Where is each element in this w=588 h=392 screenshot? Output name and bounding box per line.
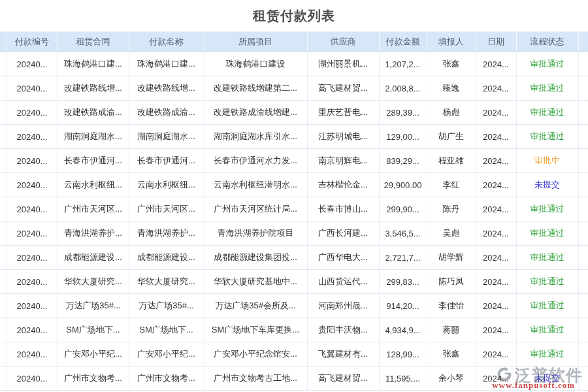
cell-contract[interactable]: SM广场地下... — [57, 318, 129, 342]
cell-payment-id[interactable]: 20240... — [7, 221, 57, 246]
table-row[interactable]: 20240... 改建铁路线增... 改建铁路线增... 改建铁路线增建第二..… — [0, 76, 588, 101]
cell-contract[interactable]: 长春市伊通河... — [57, 149, 129, 173]
cell-payment-name[interactable]: 云南水利枢纽... — [129, 173, 204, 197]
cell-supplier[interactable]: 湖州丽景机... — [307, 52, 379, 76]
table-row[interactable]: 20240... 广安邓小平纪... 广安邓小平纪... 广安邓小平纪念馆安..… — [0, 342, 588, 367]
cell-reporter[interactable]: 杨彪 — [427, 101, 476, 125]
cell-payment-name[interactable]: 华软大厦研究... — [129, 270, 204, 294]
cell-project[interactable]: 湖南洞庭湖水库引水... — [204, 125, 307, 149]
row-spacer-right — [578, 125, 588, 149]
cell-supplier[interactable]: 吉林楷伦金... — [307, 173, 379, 197]
cell-reporter[interactable]: 陈巧凤 — [427, 270, 476, 294]
cell-project[interactable]: 云南水利枢纽潜明水... — [204, 173, 307, 197]
cell-payment-name[interactable]: 湖南洞庭湖水... — [129, 125, 204, 149]
table-row[interactable]: 20240... 改建铁路成渝... 改建铁路成渝... 改建铁路成渝线增建..… — [0, 101, 588, 125]
cell-payment-name[interactable]: 万达广场35#... — [129, 294, 204, 318]
cell-payment-id[interactable]: 20240... — [7, 197, 57, 221]
cell-payment-name[interactable]: 成都能源建设... — [129, 246, 204, 270]
cell-payment-id[interactable]: 20240... — [7, 342, 57, 367]
cell-payment-id[interactable]: 20240... — [7, 246, 57, 270]
cell-contract[interactable]: 改建铁路线增... — [57, 76, 129, 101]
cell-contract[interactable]: 广州市天河区... — [57, 197, 129, 221]
cell-payment-id[interactable]: 20240... — [7, 294, 57, 318]
cell-project[interactable]: 华软大厦研究基地中... — [204, 270, 307, 294]
table-row[interactable]: 20240... 云南水利枢纽... 云南水利枢纽... 云南水利枢纽潜明水..… — [0, 173, 588, 197]
cell-supplier[interactable]: 江苏明城电... — [307, 125, 379, 149]
cell-supplier[interactable]: 山西货运代... — [307, 270, 379, 294]
cell-project[interactable]: 改建铁路线增建第二... — [204, 76, 307, 101]
cell-supplier[interactable]: 重庆艺普电... — [307, 101, 379, 125]
table-row[interactable]: 20240... 长春市伊通河... 长春市伊通河... 长春市伊通河水力发..… — [0, 149, 588, 173]
cell-payment-id[interactable]: 20240... — [7, 318, 57, 342]
cell-payment-id[interactable]: 20240... — [7, 52, 57, 76]
cell-supplier[interactable]: 广西长河建... — [307, 221, 379, 246]
cell-project[interactable]: 广州市文物考古工地... — [204, 367, 307, 391]
cell-date: 2024... — [476, 221, 516, 246]
cell-payment-name[interactable]: SM广场地下... — [129, 318, 204, 342]
cell-supplier[interactable]: 高飞建材贸... — [307, 76, 379, 101]
cell-reporter[interactable]: 张鑫 — [427, 342, 476, 367]
cell-payment-id[interactable]: 20240... — [7, 101, 57, 125]
table-row[interactable]: 20240... 万达广场35#... 万达广场35#... 万达广场35#会所… — [0, 294, 588, 318]
cell-payment-name[interactable]: 珠海鹤港口建... — [129, 52, 204, 76]
cell-payment-id[interactable]: 20240... — [7, 76, 57, 101]
cell-project[interactable]: 珠海鹤港口建设 — [204, 52, 307, 76]
table-row[interactable]: 20240... SM广场地下... SM广场地下... SM广场地下车库更换.… — [0, 318, 588, 342]
cell-contract[interactable]: 改建铁路成渝... — [57, 101, 129, 125]
table-row[interactable]: 20240... 广州市天河区... 广州市天河区... 广州市天河区统计局..… — [0, 197, 588, 221]
cell-payment-id[interactable]: 20240... — [7, 173, 57, 197]
table-row[interactable]: 20240... 成都能源建设... 成都能源建设... 成都能源建设集团投..… — [0, 246, 588, 270]
cell-project[interactable]: 长春市伊通河水力发... — [204, 149, 307, 173]
cell-project[interactable]: 广州市天河区统计局... — [204, 197, 307, 221]
cell-payment-id[interactable]: 20240... — [7, 125, 57, 149]
cell-project[interactable]: 改建铁路成渝线增建... — [204, 101, 307, 125]
table-row[interactable]: 20240... 青海洪湖养护... 青海洪湖养护... 青海洪湖养护院项目 广… — [0, 221, 588, 246]
cell-reporter[interactable]: 吴彪 — [427, 221, 476, 246]
cell-payment-id[interactable]: 20240... — [7, 367, 57, 391]
cell-supplier[interactable]: 南京明辉电... — [307, 149, 379, 173]
cell-payment-name[interactable]: 青海洪湖养护... — [129, 221, 204, 246]
cell-contract[interactable]: 广州市文物考... — [57, 367, 129, 391]
table-row[interactable]: 20240... 广州市文物考... 广州市文物考... 广州市文物考古工地..… — [0, 367, 588, 391]
cell-contract[interactable]: 云南水利枢纽... — [57, 173, 129, 197]
cell-reporter[interactable]: 胡广生 — [427, 125, 476, 149]
cell-supplier[interactable]: 长春市博山... — [307, 197, 379, 221]
table-row[interactable]: 20240... 华软大厦研究... 华软大厦研究... 华软大厦研究基地中..… — [0, 270, 588, 294]
cell-payment-name[interactable]: 改建铁路线增... — [129, 76, 204, 101]
cell-supplier[interactable]: 贵阳丰沃物... — [307, 318, 379, 342]
cell-reporter[interactable]: 李红 — [427, 173, 476, 197]
cell-contract[interactable]: 湖南洞庭湖水... — [57, 125, 129, 149]
cell-payment-name[interactable]: 广州市文物考... — [129, 367, 204, 391]
cell-payment-id[interactable]: 20240... — [7, 270, 57, 294]
cell-contract[interactable]: 华软大厦研究... — [57, 270, 129, 294]
cell-reporter[interactable]: 张鑫 — [427, 52, 476, 76]
cell-reporter[interactable]: 蒋丽 — [427, 318, 476, 342]
cell-contract[interactable]: 万达广场35#... — [57, 294, 129, 318]
cell-payment-name[interactable]: 广州市天河区... — [129, 197, 204, 221]
cell-project[interactable]: 成都能源建设集团投... — [204, 246, 307, 270]
cell-reporter[interactable]: 陈丹 — [427, 197, 476, 221]
table-row[interactable]: 20240... 湖南洞庭湖水... 湖南洞庭湖水... 湖南洞庭湖水库引水..… — [0, 125, 588, 149]
cell-reporter[interactable]: 李佳怡 — [427, 294, 476, 318]
cell-reporter[interactable]: 臻逸 — [427, 76, 476, 101]
cell-payment-id[interactable]: 20240... — [7, 149, 57, 173]
cell-reporter[interactable]: 余小琴 — [427, 367, 476, 391]
cell-contract[interactable]: 广安邓小平纪... — [57, 342, 129, 367]
cell-supplier[interactable]: 高飞建材贸... — [307, 367, 379, 391]
cell-project[interactable]: 万达广场35#会所及... — [204, 294, 307, 318]
cell-supplier[interactable]: 广西华电大... — [307, 246, 379, 270]
cell-payment-name[interactable]: 改建铁路成渝... — [129, 101, 204, 125]
cell-contract[interactable]: 珠海鹤港口建... — [57, 52, 129, 76]
cell-reporter[interactable]: 胡学辉 — [427, 246, 476, 270]
cell-reporter[interactable]: 程亚雄 — [427, 149, 476, 173]
cell-supplier[interactable]: 飞翼建材有... — [307, 342, 379, 367]
table-row[interactable]: 20240... 珠海鹤港口建... 珠海鹤港口建... 珠海鹤港口建设 湖州丽… — [0, 52, 588, 76]
cell-project[interactable]: SM广场地下车库更换... — [204, 318, 307, 342]
cell-payment-name[interactable]: 长春市伊通河... — [129, 149, 204, 173]
cell-contract[interactable]: 成都能源建设... — [57, 246, 129, 270]
cell-supplier[interactable]: 河南郑州晟... — [307, 294, 379, 318]
cell-payment-name[interactable]: 广安邓小平纪... — [129, 342, 204, 367]
cell-project[interactable]: 广安邓小平纪念馆安... — [204, 342, 307, 367]
cell-project[interactable]: 青海洪湖养护院项目 — [204, 221, 307, 246]
cell-contract[interactable]: 青海洪湖养护... — [57, 221, 129, 246]
